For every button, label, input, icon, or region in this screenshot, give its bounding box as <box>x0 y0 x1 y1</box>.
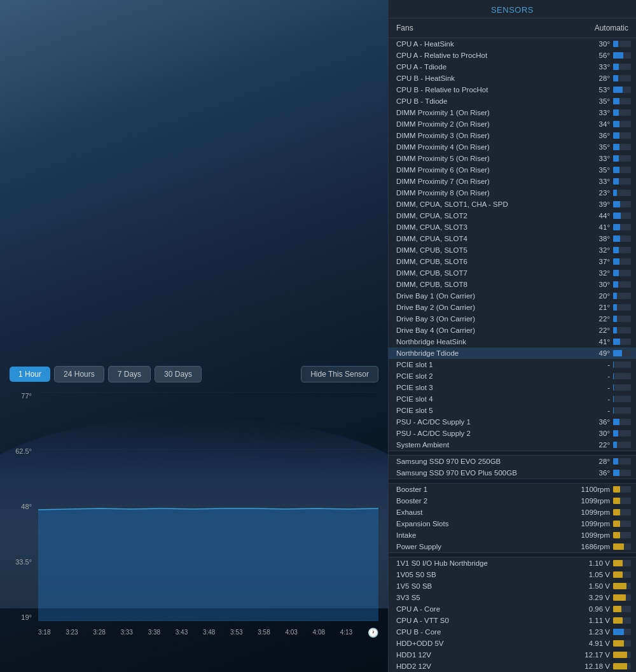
sensor-bar-container <box>613 293 631 299</box>
sensor-row[interactable]: Northbridge Tdiode49° <box>389 347 636 359</box>
sensor-row[interactable]: DIMM Proximity 8 (On Riser)23° <box>389 187 636 199</box>
30days-button[interactable]: 30 Days <box>155 366 202 382</box>
sensor-row[interactable]: DIMM, CPUB, SLOT637° <box>389 256 636 267</box>
sensor-bar <box>613 543 624 550</box>
sensor-row[interactable]: DIMM Proximity 1 (On Riser)33° <box>389 107 636 118</box>
sensor-row[interactable]: DIMM Proximity 3 (On Riser)36° <box>389 130 636 141</box>
7days-button[interactable]: 7 Days <box>108 366 151 382</box>
sensor-row[interactable]: PCIE slot 1- <box>389 359 636 370</box>
sensor-row[interactable]: 3V3 S53.29 V <box>389 592 636 603</box>
sensor-value: 32° <box>575 246 610 254</box>
sensor-bar <box>613 121 619 127</box>
sensor-bar-container <box>613 442 631 448</box>
sensor-row[interactable]: Drive Bay 1 (On Carrier)20° <box>389 290 636 302</box>
sensor-value: 38° <box>575 235 610 242</box>
sensor-value: 28° <box>575 458 610 465</box>
sensor-row[interactable]: CPU A - Tdiode33° <box>389 61 636 73</box>
sensor-row[interactable]: 1V05 S0 SB1.05 V <box>389 569 636 580</box>
sensor-name: CPU A - HeatSink <box>396 40 575 48</box>
sensor-row[interactable]: PSU - AC/DC Supply 230° <box>389 428 636 439</box>
hide-sensor-button[interactable]: Hide This Sensor <box>301 366 378 382</box>
sensor-row[interactable]: CPU B - Core1.23 V <box>389 626 636 638</box>
sensor-bar <box>613 606 621 612</box>
sensor-bar-container <box>613 583 631 589</box>
sensor-row[interactable]: DIMM, CPUA, SLOT244° <box>389 210 636 221</box>
sensor-bar <box>613 258 619 265</box>
sensor-row[interactable]: Samsung SSD 970 EVO Plus 500GB36° <box>389 467 636 479</box>
sensors-header: SENSORS <box>389 0 636 18</box>
sensor-row[interactable]: Drive Bay 3 (On Carrier)22° <box>389 313 636 325</box>
sensor-row[interactable]: PCIE slot 5- <box>389 405 636 416</box>
y-label-3: 48° <box>21 503 32 510</box>
sensor-bar-container <box>613 629 631 635</box>
sensor-bar <box>613 132 619 139</box>
sensor-bar-container <box>613 361 631 368</box>
sensor-row[interactable]: DIMM, CPUA, SLOT1, CHA - SPD39° <box>389 199 636 210</box>
sensor-row[interactable]: DIMM, CPUA, SLOT438° <box>389 233 636 244</box>
sensor-row[interactable]: Power Supply1686rpm <box>389 541 636 552</box>
sensor-row[interactable]: Exhaust1099rpm <box>389 507 636 518</box>
right-panel[interactable]: SENSORS Fans Automatic CPU A - HeatSink3… <box>388 0 636 672</box>
sensor-row[interactable]: 1V5 S0 SB1.50 V <box>389 580 636 592</box>
sensor-bar <box>613 64 619 70</box>
sensor-bar <box>613 178 619 185</box>
sensor-row[interactable]: Samsung SSD 970 EVO 250GB28° <box>389 456 636 467</box>
sensor-bar <box>613 155 619 162</box>
divider-3 <box>389 552 636 557</box>
sensor-bar-container <box>613 304 631 311</box>
sensor-name: PSU - AC/DC Supply 2 <box>396 430 575 437</box>
sensor-bar <box>613 270 619 276</box>
sensor-row[interactable]: CPU A - HeatSink30° <box>389 38 636 50</box>
sensor-bar <box>613 663 627 669</box>
sensor-bar-container <box>613 663 631 669</box>
sensor-row[interactable]: System Ambient22° <box>389 439 636 451</box>
sensor-row[interactable]: PCIE slot 3- <box>389 382 636 393</box>
x-label-11: 4:13 <box>340 629 352 636</box>
sensor-row[interactable]: CPU A - Relative to ProcHot56° <box>389 50 636 61</box>
sensor-name: DIMM, CPUB, SLOT7 <box>396 269 575 277</box>
sensor-row[interactable]: CPU A - Core0.96 V <box>389 603 636 615</box>
sensor-row[interactable]: DIMM Proximity 7 (On Riser)33° <box>389 176 636 187</box>
sensor-row[interactable]: HDD1 12V12.17 V <box>389 649 636 661</box>
sensor-row[interactable]: DIMM Proximity 6 (On Riser)35° <box>389 164 636 176</box>
sensor-row[interactable]: PCIE slot 2- <box>389 370 636 382</box>
sensor-row[interactable]: CPU B - Tdiode35° <box>389 95 636 107</box>
sensor-row[interactable]: DIMM, CPUA, SLOT341° <box>389 221 636 233</box>
sensor-bar <box>613 316 617 322</box>
sensor-row[interactable]: DIMM, CPUB, SLOT532° <box>389 244 636 256</box>
sensor-row[interactable]: PSU - AC/DC Supply 136° <box>389 416 636 428</box>
sensor-row[interactable]: CPU B - Relative to ProcHot53° <box>389 84 636 95</box>
sensor-name: Drive Bay 3 (On Carrier) <box>396 315 575 323</box>
sensor-row[interactable]: 1V1 S0 I/O Hub Northbridge1.10 V <box>389 557 636 569</box>
sensor-value: 1099rpm <box>575 520 610 528</box>
sensor-row[interactable]: Expansion Slots1099rpm <box>389 518 636 529</box>
sensor-row[interactable]: CPU B - HeatSink28° <box>389 73 636 84</box>
sensor-bar <box>613 640 624 647</box>
sensor-row[interactable]: Drive Bay 4 (On Carrier)22° <box>389 325 636 336</box>
sensor-value: 49° <box>575 349 610 357</box>
sensor-bar-container <box>613 98 631 104</box>
sensor-name: PSU - AC/DC Supply 1 <box>396 418 575 426</box>
sensor-bar <box>613 327 617 333</box>
sensor-value: - <box>575 372 610 380</box>
sensor-row[interactable]: PCIE slot 4- <box>389 393 636 405</box>
sensor-row[interactable]: Drive Bay 2 (On Carrier)21° <box>389 302 636 313</box>
sensor-bar <box>613 75 618 81</box>
sensor-bar-container <box>613 213 631 219</box>
sensor-row[interactable]: DIMM Proximity 2 (On Riser)34° <box>389 118 636 130</box>
24hours-button[interactable]: 24 Hours <box>54 366 104 382</box>
sensor-row[interactable]: HDD+ODD 5V4.91 V <box>389 638 636 649</box>
sensor-row[interactable]: CPU A - VTT S01.11 V <box>389 615 636 626</box>
sensor-row[interactable]: Intake1099rpm <box>389 529 636 541</box>
sensor-row[interactable]: DIMM, CPUB, SLOT830° <box>389 279 636 290</box>
1hour-button[interactable]: 1 Hour <box>10 367 50 382</box>
x-label-8: 3:58 <box>258 629 270 636</box>
sensor-row[interactable]: DIMM Proximity 4 (On Riser)35° <box>389 141 636 153</box>
sensor-row[interactable]: Booster 11100rpm <box>389 484 636 495</box>
sensor-row[interactable]: DIMM, CPUB, SLOT732° <box>389 267 636 279</box>
sensor-row[interactable]: Booster 21099rpm <box>389 495 636 507</box>
sensor-row[interactable]: HDD2 12V12.18 V <box>389 661 636 672</box>
sensor-name: PCIE slot 4 <box>396 395 575 403</box>
sensor-row[interactable]: Northbridge HeatSink41° <box>389 336 636 347</box>
sensor-row[interactable]: DIMM Proximity 5 (On Riser)33° <box>389 153 636 164</box>
